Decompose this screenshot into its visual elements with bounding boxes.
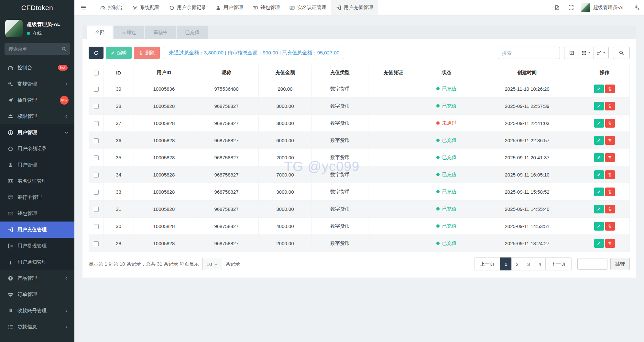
refresh-button[interactable] bbox=[89, 47, 104, 59]
topnav-item-label: 钱包管理 bbox=[260, 5, 280, 11]
page-button-1[interactable]: 1 bbox=[500, 257, 512, 270]
row-delete-button[interactable] bbox=[605, 239, 615, 248]
row-edit-button[interactable] bbox=[594, 119, 604, 128]
row-edit-button[interactable] bbox=[594, 153, 604, 162]
row-edit-button[interactable] bbox=[594, 239, 604, 248]
topnav-user-name[interactable]: 超级管理员-AL bbox=[593, 5, 625, 11]
row-edit-button[interactable] bbox=[594, 222, 604, 231]
sidebar-item-user-balance-log[interactable]: 用户余额记录 bbox=[0, 141, 74, 157]
sidebar-item-user-withdraw[interactable]: 用户提现管理 bbox=[0, 238, 74, 254]
row-checkbox[interactable] bbox=[94, 87, 99, 92]
cell-created: 2025-11-19 10:26:20 bbox=[475, 80, 579, 97]
row-edit-button[interactable] bbox=[594, 85, 604, 93]
cell-nickname: 968758827 bbox=[194, 235, 259, 252]
cell-actions bbox=[579, 200, 630, 218]
topnav-item-dashboard[interactable]: 控制台 bbox=[95, 0, 127, 15]
avatar[interactable] bbox=[581, 3, 590, 12]
row-delete-button[interactable] bbox=[605, 102, 615, 110]
page-size-dropdown[interactable]: 10 bbox=[202, 258, 222, 270]
row-delete-button[interactable] bbox=[605, 85, 615, 93]
sidebar-item-payment-account[interactable]: 收款账号管理 bbox=[0, 302, 74, 319]
sidebar-item-dashboard[interactable]: 控制台hot bbox=[0, 60, 74, 76]
tab-recharged[interactable]: 已充值 bbox=[177, 26, 208, 39]
tab-rejected[interactable]: 未通过 bbox=[114, 26, 144, 39]
toolbar: 编辑 删除 未通过总金额：3,800.00 | 待审核总金额：900.00 | … bbox=[89, 47, 630, 59]
idcard-icon bbox=[289, 5, 295, 10]
row-checkbox[interactable] bbox=[94, 121, 99, 126]
sidebar-item-user-manage[interactable]: 用户管理 bbox=[0, 157, 74, 173]
detail-view-button[interactable] bbox=[564, 47, 579, 59]
row-edit-button[interactable] bbox=[594, 205, 604, 213]
row-checkbox[interactable] bbox=[94, 155, 99, 160]
pencil-icon bbox=[597, 121, 601, 125]
row-delete-button[interactable] bbox=[605, 119, 615, 128]
topnav-item-user-manage[interactable]: 用户管理 bbox=[211, 0, 248, 15]
trash-icon bbox=[608, 87, 612, 91]
page-button-2[interactable]: 2 bbox=[511, 257, 523, 270]
advanced-search-button[interactable] bbox=[613, 47, 630, 59]
sidebar-item-user-recharge[interactable]: 用户充值管理 bbox=[0, 222, 74, 238]
edit-button[interactable]: 编辑 bbox=[106, 47, 132, 59]
topnav-item-user-balance-log[interactable]: 用户余额记录 bbox=[164, 0, 211, 15]
row-edit-button[interactable] bbox=[594, 136, 604, 145]
row-checkbox[interactable] bbox=[94, 207, 99, 212]
page-button-3[interactable]: 3 bbox=[523, 257, 534, 270]
sidebar-item-bank-card[interactable]: 银行卡管理 bbox=[0, 189, 74, 205]
topnav-item-wallet[interactable]: 钱包管理 bbox=[248, 0, 285, 15]
topnav-item-label: 用户余额记录 bbox=[177, 5, 206, 11]
sidebar-item-user-group[interactable]: 用户管理 bbox=[0, 124, 74, 141]
delete-button[interactable]: 删除 bbox=[134, 47, 160, 59]
row-edit-button[interactable] bbox=[594, 102, 604, 110]
row-delete-button[interactable] bbox=[605, 136, 615, 145]
row-checkbox[interactable] bbox=[94, 104, 99, 109]
row-checkbox[interactable] bbox=[94, 224, 99, 229]
page-button-4[interactable]: 4 bbox=[534, 257, 546, 270]
row-checkbox[interactable] bbox=[94, 138, 99, 143]
sidebar-item-product[interactable]: 产品管理 bbox=[0, 270, 74, 286]
page-jump-input[interactable] bbox=[577, 258, 607, 270]
sidebar-item-loan-info[interactable]: 贷款信息 bbox=[0, 319, 74, 335]
row-delete-button[interactable] bbox=[605, 153, 615, 162]
tab-all[interactable]: 全部 bbox=[87, 26, 113, 39]
topnav-item-label: 实名认证管理 bbox=[297, 5, 326, 11]
row-edit-button[interactable] bbox=[594, 170, 604, 179]
topnav-item-system-config[interactable]: 系统配置 bbox=[127, 0, 164, 15]
sidebar-item-label: 用户通知管理 bbox=[17, 259, 69, 265]
sidebar-item-user-verify[interactable]: 实名认证管理 bbox=[0, 173, 74, 189]
settings-button[interactable] bbox=[630, 0, 644, 15]
content-area: 全部未通过审核中已充值 编辑 删除 bbox=[74, 16, 644, 342]
sidebar-item-user-notice[interactable]: 用户通知管理 bbox=[0, 254, 74, 270]
sidebar-item-order[interactable]: 订单管理 bbox=[0, 286, 74, 302]
row-checkbox[interactable] bbox=[94, 241, 99, 246]
fullscreen-button[interactable] bbox=[564, 0, 578, 15]
row-delete-button[interactable] bbox=[605, 170, 615, 179]
app-window: CFDtoken 超级管理员-AL 在线 控制台hot常规管理插件管理new权限… bbox=[0, 0, 644, 342]
row-edit-button[interactable] bbox=[594, 188, 604, 196]
row-delete-button[interactable] bbox=[605, 222, 615, 231]
cell-voucher bbox=[368, 166, 418, 183]
row-delete-button[interactable] bbox=[605, 205, 615, 213]
sidebar-item-general[interactable]: 常规管理 bbox=[0, 76, 74, 92]
row-checkbox[interactable] bbox=[94, 190, 99, 195]
table-search-input[interactable] bbox=[498, 47, 560, 59]
docs-button[interactable] bbox=[550, 0, 564, 15]
sidebar-item-addons[interactable]: 插件管理new bbox=[0, 92, 74, 108]
tab-pending[interactable]: 审核中 bbox=[145, 26, 176, 39]
columns-dropdown-button[interactable] bbox=[579, 47, 594, 59]
topnav-item-user-verify[interactable]: 实名认证管理 bbox=[285, 0, 331, 15]
sidebar-toggle-button[interactable] bbox=[74, 0, 92, 15]
row-delete-button[interactable] bbox=[605, 188, 615, 196]
cell-amount: 4000.00 bbox=[258, 218, 311, 235]
page-jump-button[interactable]: 跳转 bbox=[610, 258, 630, 270]
trash-icon bbox=[139, 51, 143, 55]
topnav-item-user-recharge[interactable]: 用户充值管理 bbox=[331, 0, 378, 15]
prev-page-button[interactable]: 上一页 bbox=[474, 257, 500, 270]
pencil-icon bbox=[597, 138, 601, 142]
select-all-checkbox[interactable] bbox=[94, 71, 99, 75]
row-checkbox[interactable] bbox=[94, 173, 99, 177]
sidebar-item-auth[interactable]: 权限管理 bbox=[0, 108, 74, 124]
sidebar-item-wallet[interactable]: 钱包管理 bbox=[0, 205, 74, 222]
sidebar-search-input[interactable] bbox=[5, 43, 70, 55]
export-dropdown-button[interactable] bbox=[594, 47, 609, 59]
next-page-button[interactable]: 下一页 bbox=[545, 257, 572, 270]
